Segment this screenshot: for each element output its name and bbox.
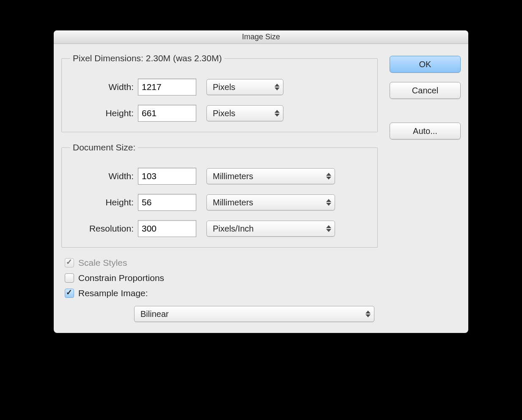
resolution-input[interactable]	[138, 220, 196, 237]
auto-button-label: Auto...	[413, 126, 437, 136]
constrain-proportions-checkbox[interactable]	[65, 273, 74, 283]
doc-height-input[interactable]	[138, 194, 196, 211]
stepper-icon	[326, 225, 331, 232]
document-size-legend: Document Size:	[70, 142, 138, 153]
pixel-width-input[interactable]	[138, 79, 196, 95]
resample-image-label: Resample Image:	[78, 288, 148, 298]
cancel-button[interactable]: Cancel	[390, 82, 461, 99]
doc-height-label: Height:	[70, 197, 138, 207]
scale-styles-row: ✓ Scale Styles	[65, 258, 378, 268]
window-title: Image Size	[242, 33, 280, 41]
doc-width-units-value: Millimeters	[213, 172, 253, 181]
resample-method-value: Bilinear	[140, 309, 169, 319]
resolution-units-select[interactable]: Pixels/Inch	[206, 221, 335, 237]
stepper-icon	[326, 173, 331, 180]
doc-height-row: Height: Millimeters	[70, 194, 369, 211]
pixel-height-units-select[interactable]: Pixels	[206, 105, 283, 121]
scale-styles-checkbox: ✓	[65, 258, 74, 267]
doc-width-row: Width: Millimeters	[70, 168, 369, 185]
options-block: ✓ Scale Styles Constrain Proportions ✓ R…	[61, 258, 378, 322]
pixel-dimensions-group: Pixel Dimensions: 2.30M (was 2.30M) Widt…	[61, 53, 378, 132]
ok-button-label: OK	[419, 60, 431, 69]
pixel-width-label: Width:	[70, 82, 138, 92]
doc-width-label: Width:	[70, 171, 138, 181]
ok-button[interactable]: OK	[390, 56, 461, 73]
pixel-width-row: Width: Pixels	[70, 79, 369, 95]
checkmark-icon: ✓	[66, 288, 72, 297]
right-column: OK Cancel Auto...	[390, 53, 461, 322]
resolution-units-value: Pixels/Inch	[213, 224, 254, 234]
doc-width-input[interactable]	[138, 168, 196, 185]
constrain-proportions-label: Constrain Proportions	[78, 273, 164, 283]
dialog-content: Pixel Dimensions: 2.30M (was 2.30M) Widt…	[54, 44, 468, 333]
pixel-width-units-select[interactable]: Pixels	[206, 79, 283, 95]
doc-height-units-value: Millimeters	[213, 198, 253, 207]
resolution-label: Resolution:	[70, 224, 138, 234]
left-column: Pixel Dimensions: 2.30M (was 2.30M) Widt…	[61, 53, 378, 322]
pixel-width-units-value: Pixels	[213, 82, 235, 92]
auto-button[interactable]: Auto...	[390, 123, 461, 139]
titlebar: Image Size	[54, 30, 468, 44]
scale-styles-label: Scale Styles	[78, 258, 127, 268]
pixel-height-units-value: Pixels	[213, 109, 235, 118]
stepper-icon	[275, 84, 280, 90]
pixel-height-row: Height: Pixels	[70, 105, 369, 122]
document-size-group: Document Size: Width: Millimeters Height…	[61, 142, 378, 248]
stepper-icon	[275, 110, 280, 117]
resample-image-checkbox[interactable]: ✓	[65, 289, 74, 298]
pixel-height-label: Height:	[70, 108, 138, 118]
doc-width-units-select[interactable]: Millimeters	[206, 168, 335, 184]
stepper-icon	[326, 199, 331, 206]
cancel-button-label: Cancel	[412, 86, 438, 95]
constrain-proportions-row: Constrain Proportions	[65, 273, 378, 283]
doc-height-units-select[interactable]: Millimeters	[206, 194, 335, 210]
stepper-icon	[365, 311, 371, 317]
resample-method-select[interactable]: Bilinear	[134, 306, 374, 322]
image-size-dialog: Image Size Pixel Dimensions: 2.30M (was …	[54, 30, 468, 333]
resolution-row: Resolution: Pixels/Inch	[70, 220, 369, 237]
pixel-dimensions-legend: Pixel Dimensions: 2.30M (was 2.30M)	[70, 53, 224, 63]
pixel-height-input[interactable]	[138, 105, 196, 122]
resample-image-row: ✓ Resample Image:	[65, 288, 378, 298]
checkmark-icon: ✓	[66, 257, 72, 267]
